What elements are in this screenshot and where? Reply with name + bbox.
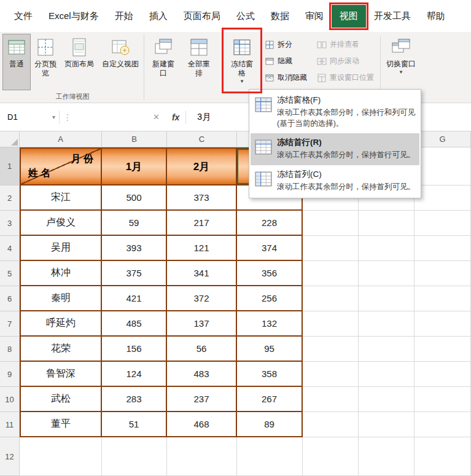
column-header-a[interactable]: A <box>20 131 102 147</box>
cancel-icon[interactable]: ✕ <box>147 112 166 122</box>
cell[interactable] <box>415 387 471 412</box>
cell[interactable] <box>303 211 359 236</box>
cell[interactable]: 卢俊义 <box>20 211 102 236</box>
cell[interactable] <box>303 236 359 261</box>
row-header[interactable]: 5 <box>0 261 20 286</box>
cell[interactable]: 358 <box>237 362 303 387</box>
cell[interactable]: 124 <box>102 362 167 387</box>
cell[interactable]: 59 <box>102 211 167 236</box>
column-header-g[interactable]: G <box>415 131 471 147</box>
name-box[interactable]: D1 ▾ <box>0 109 59 125</box>
switch-windows-dropdown-arrow[interactable]: ▾ <box>400 69 403 74</box>
cell[interactable]: 483 <box>167 362 237 387</box>
tab-review[interactable]: 审阅 <box>297 5 332 28</box>
cell[interactable] <box>415 211 471 236</box>
tab-home[interactable]: 开始 <box>107 5 141 28</box>
formula-bar-value[interactable]: 3月 <box>186 112 211 123</box>
cell[interactable] <box>102 437 167 476</box>
row-header[interactable]: 7 <box>0 311 20 337</box>
tab-developer[interactable]: 开发工具 <box>366 5 419 28</box>
cell[interactable] <box>359 236 415 261</box>
cell[interactable]: 375 <box>102 261 167 286</box>
formula-bar-drag-dots-icon[interactable]: ⋮ <box>60 112 74 122</box>
tab-formulas[interactable]: 公式 <box>228 5 263 28</box>
cell[interactable]: 485 <box>102 311 167 337</box>
cell[interactable] <box>359 337 415 362</box>
cell[interactable] <box>415 147 471 185</box>
tab-page-layout[interactable]: 页面布局 <box>176 5 228 28</box>
cell[interactable] <box>415 412 471 437</box>
cell[interactable]: 356 <box>237 261 303 286</box>
hide-button[interactable]: 隐藏 <box>262 54 309 68</box>
cell-c1[interactable]: 2月 <box>167 147 237 185</box>
select-all-corner[interactable] <box>0 131 20 147</box>
tab-file[interactable]: 文件 <box>6 5 41 28</box>
tab-data[interactable]: 数据 <box>263 5 297 28</box>
cell[interactable] <box>359 362 415 387</box>
cell[interactable] <box>415 337 471 362</box>
cell[interactable] <box>359 437 415 476</box>
menu-item-freeze-top-row[interactable]: 冻结首行(R) 滚动工作表其余部分时，保持首行可见。 <box>251 133 419 165</box>
tab-excel-finance[interactable]: Excel与财务 <box>41 5 107 28</box>
row-header[interactable]: 11 <box>0 412 20 437</box>
cell[interactable] <box>303 311 359 337</box>
cell-a1-diagonal-header[interactable]: 月 份 姓 名 <box>20 147 102 185</box>
new-window-button[interactable]: 新建窗口 <box>146 34 181 90</box>
cell[interactable] <box>359 286 415 311</box>
menu-item-freeze-first-column[interactable]: 冻结首列(C) 滚动工作表其余部分时，保持首列可见。 <box>251 165 419 197</box>
cell[interactable] <box>359 261 415 286</box>
cell[interactable]: 393 <box>102 236 167 261</box>
cell[interactable]: 137 <box>167 311 237 337</box>
row-header[interactable]: 1 <box>0 147 20 185</box>
tab-insert[interactable]: 插入 <box>141 5 176 28</box>
cell[interactable]: 吴用 <box>20 236 102 261</box>
cell[interactable] <box>303 286 359 311</box>
tab-view[interactable]: 视图 <box>332 5 366 28</box>
cell[interactable]: 132 <box>237 311 303 337</box>
page-break-preview-button[interactable]: 分页预览 <box>31 34 60 90</box>
cell[interactable] <box>167 437 237 476</box>
cell[interactable]: 256 <box>237 286 303 311</box>
row-header[interactable]: 3 <box>0 211 20 236</box>
cell[interactable]: 林冲 <box>20 261 102 286</box>
row-header[interactable]: 6 <box>0 286 20 311</box>
insert-function-icon[interactable]: fx <box>166 112 185 122</box>
cell[interactable] <box>359 211 415 236</box>
cell[interactable]: 228 <box>237 211 303 236</box>
cell[interactable]: 421 <box>102 286 167 311</box>
cell[interactable]: 呼延灼 <box>20 311 102 337</box>
cell[interactable] <box>359 311 415 337</box>
cell[interactable] <box>359 387 415 412</box>
column-header-c[interactable]: C <box>167 131 237 147</box>
cell[interactable] <box>303 261 359 286</box>
cell[interactable]: 373 <box>167 185 237 211</box>
row-header[interactable]: 9 <box>0 362 20 387</box>
cell[interactable]: 372 <box>167 286 237 311</box>
cell[interactable]: 花荣 <box>20 337 102 362</box>
custom-views-button[interactable]: 自定义视图 <box>98 34 142 90</box>
cell[interactable]: 武松 <box>20 387 102 412</box>
cell[interactable]: 217 <box>167 211 237 236</box>
switch-windows-button[interactable]: 切换窗口 ▾ <box>382 34 420 90</box>
cell[interactable]: 董平 <box>20 412 102 437</box>
cell[interactable] <box>303 337 359 362</box>
split-button[interactable]: 拆分 <box>262 37 309 52</box>
cell[interactable]: 374 <box>237 236 303 261</box>
cell[interactable]: 89 <box>237 412 303 437</box>
cell[interactable] <box>415 311 471 337</box>
tab-help[interactable]: 帮助 <box>419 5 453 28</box>
cell[interactable]: 56 <box>167 337 237 362</box>
cell[interactable] <box>415 362 471 387</box>
arrange-all-button[interactable]: 全部重排 <box>181 34 217 90</box>
cell[interactable]: 341 <box>167 261 237 286</box>
cell[interactable] <box>20 437 102 476</box>
cell[interactable]: 500 <box>102 185 167 211</box>
row-header[interactable]: 8 <box>0 337 20 362</box>
menu-item-freeze-panes[interactable]: 冻结窗格(F) 滚动工作表其余部分时，保持行和列可见(基于当前的选择)。 <box>251 91 419 133</box>
cell[interactable]: 468 <box>167 412 237 437</box>
normal-view-button[interactable]: 普通 <box>2 34 31 90</box>
unhide-button[interactable]: 取消隐藏 <box>262 71 309 85</box>
cell[interactable]: 51 <box>102 412 167 437</box>
column-header-b[interactable]: B <box>102 131 167 147</box>
cell[interactable] <box>415 236 471 261</box>
